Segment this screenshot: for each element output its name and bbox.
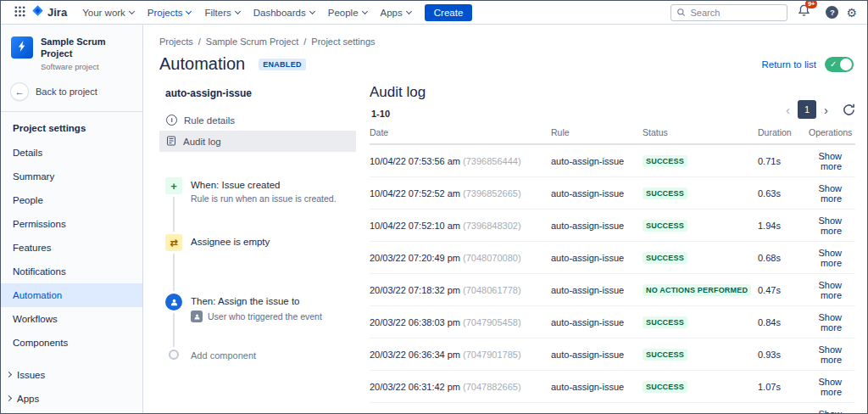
row-id: (7048061778) xyxy=(463,285,521,295)
audit-table-row: 20/03/22 06:31:42 pm (7047882665) auto-a… xyxy=(370,371,855,403)
chevron-down-icon xyxy=(362,8,368,14)
row-rule: auto-assign-issue xyxy=(551,371,643,403)
sidebar-item[interactable]: Details xyxy=(1,141,142,165)
chevron-down-icon xyxy=(309,8,315,14)
row-rule: auto-assign-issue xyxy=(551,403,643,414)
check-icon: ✓ xyxy=(830,59,837,70)
audit-header: Audit log 1-10 ‹ 1 › xyxy=(370,84,855,127)
sidebar-item[interactable]: Features xyxy=(1,236,142,260)
add-component-step[interactable]: Add component xyxy=(165,350,356,361)
trigger-title: When: Issue created xyxy=(191,177,337,190)
notifications-button[interactable]: 9+ xyxy=(798,4,810,20)
show-more-link[interactable]: Show more xyxy=(818,312,842,333)
project-header: Sample Scrum Project Software project xyxy=(1,25,142,78)
show-more-link[interactable]: Show more xyxy=(818,344,842,365)
status-badge: SUCCESS xyxy=(643,316,687,328)
action-step[interactable]: Then: Assign the issue to User who trigg… xyxy=(165,294,356,322)
grid-icon xyxy=(14,5,25,20)
rule-enabled-toggle[interactable]: ✓ xyxy=(825,57,854,72)
show-more-link[interactable]: Show more xyxy=(818,280,842,300)
row-id: (7396852665) xyxy=(463,188,521,199)
audit-range: 1-10 xyxy=(371,109,426,119)
back-to-project-button[interactable]: ← Back to project xyxy=(1,78,142,112)
row-id: (7047882665) xyxy=(463,382,521,392)
help-button[interactable]: ? xyxy=(826,6,838,19)
condition-step[interactable]: ⇄ Assignee is empty xyxy=(165,234,356,251)
sidebar-item[interactable]: Permissions xyxy=(1,212,142,236)
audit-log-menu-item[interactable]: Audit log xyxy=(159,131,356,152)
row-duration: 0.84s xyxy=(758,306,809,338)
sidebar-expandable-menu: Issues Apps xyxy=(1,363,142,411)
sidebar-item[interactable]: Workflows xyxy=(1,307,142,331)
jira-logo-text: Jira xyxy=(47,6,67,19)
action-subtitle: User who triggered the event xyxy=(208,311,322,322)
toggle-knob xyxy=(840,59,852,70)
chevron-down-icon xyxy=(129,8,135,14)
row-duration: 1.07s xyxy=(758,371,809,403)
row-rule: auto-assign-issue xyxy=(551,274,643,306)
row-date: 20/03/22 06:31:42 pm xyxy=(370,382,460,392)
audit-log-table: Date Rule Status Duration Operations 10/… xyxy=(370,127,855,413)
row-id: (7047905458) xyxy=(463,317,521,327)
header-right: Return to list ✓ xyxy=(761,57,854,72)
show-more-link[interactable]: Show more xyxy=(818,377,842,397)
back-to-project-label: Back to project xyxy=(36,87,97,97)
app-window: Jira Your work Projects Filters Dashboar… xyxy=(0,0,868,414)
sidebar-item[interactable]: Summary xyxy=(1,165,142,188)
next-page-button[interactable]: › xyxy=(824,104,828,116)
topnav-item[interactable]: Filters xyxy=(198,1,246,25)
row-rule: auto-assign-issue xyxy=(551,242,643,274)
previous-page-button[interactable]: ‹ xyxy=(786,104,790,116)
topnav-item[interactable]: People xyxy=(321,1,374,25)
show-more-link[interactable]: Show more xyxy=(818,248,842,268)
show-more-link[interactable]: Show more xyxy=(818,215,842,236)
audit-log-label: Audit log xyxy=(183,137,221,147)
jira-logo[interactable]: Jira xyxy=(31,4,67,20)
status-badge: SUCCESS xyxy=(643,252,687,264)
show-more-link[interactable]: Show more xyxy=(818,409,842,413)
user-avatar xyxy=(191,310,203,322)
info-icon: i xyxy=(166,115,177,126)
search-input[interactable] xyxy=(690,8,782,18)
shuffle-icon: ⇄ xyxy=(165,234,182,251)
sidebar-expandable-item[interactable]: Apps xyxy=(1,387,142,411)
column-header-operations: Operations xyxy=(809,127,855,144)
settings-button[interactable]: ⚙ xyxy=(846,7,857,19)
sidebar-expandable-item[interactable]: Issues xyxy=(1,363,142,387)
row-duration: 0.63s xyxy=(758,177,809,210)
refresh-button[interactable] xyxy=(843,104,855,116)
topnav-item[interactable]: Your work xyxy=(75,1,141,25)
sidebar-item[interactable]: Automation xyxy=(1,283,142,307)
trigger-step[interactable]: + When: Issue created Rule is run when a… xyxy=(165,177,356,204)
topnav-item[interactable]: Apps xyxy=(374,1,418,25)
show-more-link[interactable]: Show more xyxy=(818,151,842,171)
create-button[interactable]: Create xyxy=(425,4,473,21)
notification-count-badge: 9+ xyxy=(805,0,818,8)
column-header-status: Status xyxy=(643,127,758,144)
rule-steps: + When: Issue created Rule is run when a… xyxy=(165,177,356,361)
return-to-list-link[interactable]: Return to list xyxy=(761,59,816,70)
row-date: 10/04/22 07:52:52 am xyxy=(370,188,460,199)
row-duration: 0.68s xyxy=(758,242,809,274)
sidebar-menu: Details Summary People Permissions Featu… xyxy=(1,141,142,355)
table-header-row: Date Rule Status Duration Operations xyxy=(370,127,855,144)
breadcrumb-link[interactable]: Project settings xyxy=(311,36,375,47)
breadcrumb-link[interactable]: Projects xyxy=(159,36,193,47)
topnav-item[interactable]: Dashboards xyxy=(247,1,321,25)
breadcrumb-separator: / xyxy=(303,36,306,47)
sidebar-item[interactable]: Notifications xyxy=(1,260,142,283)
status-badge: SUCCESS xyxy=(643,381,687,393)
breadcrumb-link[interactable]: Sample Scrum Project xyxy=(206,36,298,47)
topnav-item[interactable]: Projects xyxy=(141,1,198,25)
sidebar-item[interactable]: Components xyxy=(1,331,142,355)
rule-details-menu-item[interactable]: i Rule details xyxy=(159,109,356,131)
show-more-link[interactable]: Show more xyxy=(818,183,842,204)
current-page-button[interactable]: 1 xyxy=(798,100,816,119)
question-icon: ? xyxy=(830,8,835,17)
sidebar-item[interactable]: People xyxy=(1,188,142,212)
audit-table-body: 10/04/22 07:53:56 am (7396856444) auto-a… xyxy=(370,144,855,413)
row-date: 20/03/22 06:38:03 pm xyxy=(370,317,460,327)
audit-title: Audit log xyxy=(370,84,426,101)
app-switcher-button[interactable] xyxy=(9,3,30,22)
row-id: (7048070080) xyxy=(463,253,521,263)
